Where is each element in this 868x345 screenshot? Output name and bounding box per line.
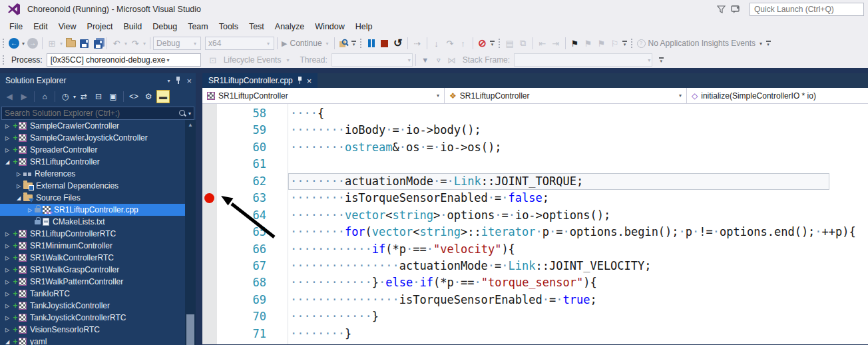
stop-debugging-button[interactable] (378, 36, 391, 51)
increase-indent-button[interactable]: ⇥ (549, 36, 562, 51)
collapse-twisty-icon[interactable]: ◢ (14, 195, 23, 201)
search-options-dropdown[interactable]: ▾ (188, 111, 191, 117)
step-into-button[interactable]: ↓ (430, 36, 443, 51)
sx-back-button[interactable]: ◀ (3, 90, 16, 103)
expand-twisty-icon[interactable]: ▷ (3, 315, 12, 321)
redo-dropdown[interactable]: ▾ (142, 41, 147, 47)
sx-properties-button[interactable]: ⚙ (142, 90, 155, 103)
step-out-button[interactable]: ↑ (457, 36, 470, 51)
solution-explorer-titlebar[interactable]: Solution Explorer ▾ × (0, 73, 196, 88)
right-toolbar-overflow[interactable] (765, 41, 771, 46)
window-position-dropdown[interactable]: ▾ (167, 78, 170, 84)
notifications-filter-icon[interactable] (714, 3, 728, 15)
stack-frame-combobox[interactable]: ▾ (514, 53, 652, 67)
sx-collapse-all-button[interactable]: ⊟ (92, 90, 105, 103)
menu-edit[interactable]: Edit (28, 19, 53, 34)
expand-twisty-icon[interactable]: ▷ (25, 207, 35, 213)
tree-item-sr1liftupcontrollerrtc[interactable]: ▷+SR1LiftupControllerRTC (0, 228, 185, 240)
decrease-indent-button[interactable]: ⇤ (536, 36, 549, 51)
display-quick-info-button[interactable]: ⧉ (517, 36, 530, 51)
redo-button[interactable]: ↷ (128, 36, 142, 51)
debug-toolbar-grip[interactable] (359, 38, 363, 49)
tree-item-sr1walkcontrollerrtc[interactable]: ▷+SR1WalkControllerRTC (0, 252, 185, 264)
display-member-list-button[interactable]: ▤ (503, 36, 517, 51)
flag-threads-button[interactable]: ▿ (432, 53, 445, 67)
sx-home-button[interactable]: ⌂ (38, 90, 51, 103)
process-combobox[interactable]: [0x35CC] choreonoid-debug.exe ▾ (47, 53, 201, 67)
navigate-backward-dropdown[interactable]: ▾ (21, 41, 26, 47)
menu-help[interactable]: Help (350, 19, 378, 34)
sx-pending-changes-filter-button[interactable]: ◷ (59, 90, 72, 103)
find-in-files-button[interactable] (337, 36, 351, 51)
solution-explorer-scrollbar[interactable]: ▲ (185, 120, 196, 345)
collapse-twisty-icon[interactable]: ◢ (3, 159, 12, 165)
tree-item-sr1walkgraspcontroller[interactable]: ▷+SR1WalkGraspController (0, 264, 185, 276)
member-dropdown[interactable]: ◇ initialize(SimpleControllerIO * io) (687, 88, 868, 103)
restart-button[interactable]: ↺ (391, 36, 405, 51)
tree-item-sr1liftupcontroller-cpp[interactable]: ▷SR1LiftupController.cpp (0, 204, 185, 216)
show-next-statement-button[interactable]: ⇢ (411, 36, 424, 51)
tree-item-sr1minimumcontroller[interactable]: ▷+SR1MinimumController (0, 240, 185, 252)
expand-twisty-icon[interactable]: ▷ (3, 123, 12, 129)
sx-filter-dropdown[interactable]: ▾ (73, 94, 76, 100)
text-editor-toolbar-grip[interactable] (498, 38, 501, 49)
expand-twisty-icon[interactable]: ▷ (3, 255, 12, 261)
continue-button[interactable]: ▶ Continue ▾ (280, 36, 331, 51)
bookmarks-toolbar-overflow[interactable] (622, 41, 628, 46)
break-all-button[interactable] (365, 36, 378, 51)
save-all-button[interactable] (91, 36, 104, 51)
tab-sr1liftupcontroller-cpp[interactable]: SR1LiftupController.cpp × (202, 73, 318, 88)
tree-item-tankjoystickcontrollerrtc[interactable]: ▷+TankJoystickControllerRTC (0, 312, 185, 324)
type-dropdown[interactable]: ❖ SR1LiftupController ▾ (445, 88, 687, 103)
menu-team[interactable]: Team (182, 19, 214, 34)
tree-item-tankiortc[interactable]: ▷+TankIoRTC (0, 288, 185, 300)
menu-analyze[interactable]: Analyze (270, 19, 310, 34)
clear-bookmarks-button[interactable]: ⚐ (608, 36, 622, 51)
sx-show-all-files-button[interactable]: ▣ (107, 90, 120, 103)
scroll-up-arrow-icon[interactable]: ▲ (185, 120, 196, 128)
process-toolbar-overflow[interactable] (658, 57, 664, 63)
menu-view[interactable]: View (53, 19, 82, 34)
undo-button[interactable]: ↶ (110, 36, 123, 51)
solution-platform-combobox[interactable]: x64▾ (205, 37, 274, 50)
auto-hide-pin-icon[interactable] (176, 77, 180, 85)
sx-view-code-button[interactable]: <> (127, 90, 140, 103)
expand-twisty-icon[interactable]: ▷ (14, 171, 23, 177)
menu-project[interactable]: Project (82, 19, 118, 34)
quick-launch-input[interactable] (750, 3, 864, 16)
toolbar-grip[interactable] (2, 38, 5, 49)
tree-item-sr1walkpatterncontroller[interactable]: ▷+SR1WalkPatternController (0, 276, 185, 288)
new-project-dropdown[interactable]: ▾ (59, 41, 64, 47)
tree-item-cmakelists-txt[interactable]: CMakeLists.txt (0, 216, 185, 228)
tree-item-visionsensoriortc[interactable]: ▷+VisionSensorIoRTC (0, 324, 185, 336)
project-dropdown[interactable]: SR1LiftupController ▾ (202, 88, 445, 103)
menu-window[interactable]: Window (310, 19, 349, 34)
close-panel-icon[interactable]: × (186, 76, 192, 86)
tree-item-tankjoystickcontroller[interactable]: ▷+TankJoystickController (0, 300, 185, 312)
expand-twisty-icon[interactable]: ▷ (3, 135, 12, 141)
expand-twisty-icon[interactable]: ▷ (3, 147, 12, 153)
sx-forward-button[interactable]: ▶ (17, 90, 31, 103)
menu-build[interactable]: Build (118, 19, 147, 34)
tab-close-icon[interactable]: × (307, 76, 312, 86)
application-insights-button[interactable]: ? No Application Insights Events ▾ (636, 36, 765, 51)
debug-toolbar-overflow[interactable] (489, 41, 496, 46)
search-icon[interactable] (179, 110, 186, 117)
collapse-twisty-icon[interactable]: ◢ (3, 339, 12, 345)
expand-twisty-icon[interactable]: ▷ (3, 291, 12, 297)
navigate-forward-button[interactable]: → (26, 36, 39, 51)
previous-bookmark-button[interactable]: ⚑ (582, 36, 595, 51)
menu-tools[interactable]: Tools (214, 19, 244, 34)
solution-configuration-combobox[interactable]: Debug▾ (153, 37, 201, 50)
sx-sync-with-active-document-button[interactable]: ⇄ (77, 90, 91, 103)
scrollbar-thumb[interactable] (186, 314, 194, 345)
tab-pin-icon[interactable] (298, 77, 302, 85)
sx-preview-selected-items-toggle[interactable]: ▬ (156, 90, 170, 103)
menu-test[interactable]: Test (244, 19, 270, 34)
step-over-button[interactable]: ↷ (443, 36, 457, 51)
tree-item-yaml[interactable]: ◢+yaml (0, 336, 185, 345)
solution-explorer-search-input[interactable] (5, 109, 179, 118)
expand-twisty-icon[interactable]: ▷ (3, 267, 12, 273)
feedback-icon[interactable] (728, 3, 743, 15)
suspend-threads-button[interactable]: ⋈ (445, 53, 459, 67)
